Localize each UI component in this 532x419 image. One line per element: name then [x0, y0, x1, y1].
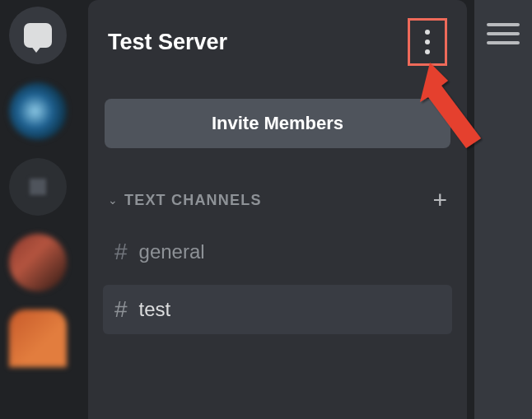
- server-name: Test Server: [108, 30, 227, 55]
- invite-members-label: Invite Members: [212, 113, 343, 134]
- hash-icon: #: [114, 296, 128, 323]
- channel-item-test[interactable]: # test: [103, 285, 452, 334]
- right-pane: [474, 0, 532, 419]
- channel-name: test: [139, 298, 171, 321]
- dots-vertical-icon: [425, 30, 430, 35]
- server-avatar-1[interactable]: [9, 82, 67, 140]
- hamburger-menu-button[interactable]: [487, 23, 520, 419]
- hash-icon: #: [114, 239, 128, 265]
- dm-home-button[interactable]: [9, 7, 67, 64]
- speech-bubble-icon: [24, 23, 52, 48]
- server-header: Test Server: [88, 0, 467, 84]
- server-rail: [0, 0, 76, 419]
- add-channel-button[interactable]: +: [432, 188, 447, 212]
- invite-members-button[interactable]: Invite Members: [105, 99, 450, 148]
- text-channels-label: TEXT CHANNELS: [124, 192, 262, 209]
- channel-item-general[interactable]: # general: [103, 227, 452, 277]
- channel-panel: Test Server Invite Members ⌄ TEXT CHANNE…: [88, 0, 467, 419]
- chevron-down-icon: ⌄: [108, 193, 118, 207]
- highlight-annotation: [408, 18, 447, 66]
- text-channels-header[interactable]: ⌄ TEXT CHANNELS +: [88, 148, 467, 221]
- hamburger-icon: [487, 23, 520, 26]
- server-menu-button[interactable]: [412, 24, 443, 60]
- channel-name: general: [139, 240, 205, 263]
- server-avatar-2[interactable]: [9, 158, 67, 216]
- server-avatar-4[interactable]: [9, 310, 67, 367]
- server-avatar-3[interactable]: [9, 234, 67, 291]
